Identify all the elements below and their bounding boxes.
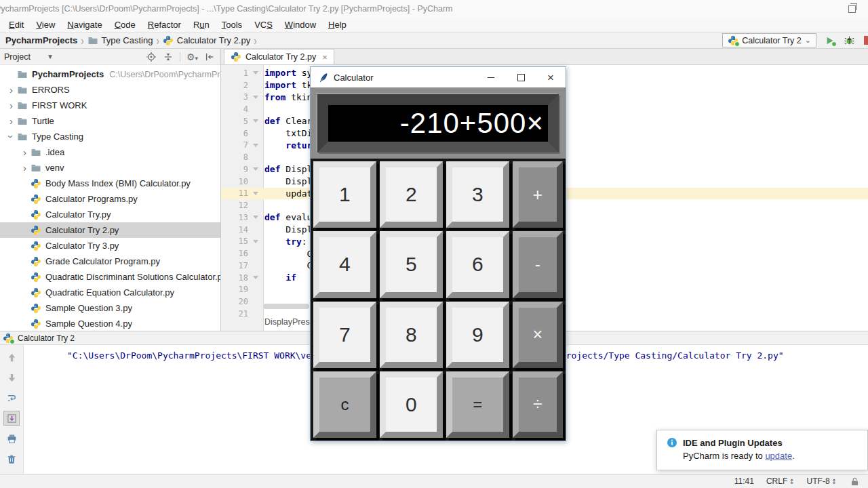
fold-marker-icon[interactable] [248, 144, 263, 147]
calc-key-6[interactable]: 6 [446, 231, 509, 298]
encoding-selector[interactable]: UTF-8↕ [807, 476, 837, 486]
chevron-right-icon[interactable]: › [5, 116, 17, 126]
calculator-titlebar[interactable]: Calculator × [311, 67, 566, 87]
down-stack-icon[interactable] [3, 370, 20, 385]
collapse-all-icon[interactable] [163, 52, 174, 62]
tree-item-pycharmprojects[interactable]: PycharmProjectsC:\Users\DrPoom\PycharmPr… [0, 66, 220, 82]
calc-key-label: = [473, 395, 482, 414]
calc-key-4[interactable]: 4 [313, 231, 376, 298]
calc-key-[interactable]: ÷ [513, 371, 563, 438]
chevron-down-icon[interactable]: ▼ [47, 53, 54, 60]
restore-window-icon[interactable] [848, 5, 856, 13]
calc-key-1[interactable]: 1 [313, 161, 376, 228]
tree-item-venv[interactable]: ›venv [0, 160, 220, 176]
fold-marker-icon[interactable] [248, 240, 263, 243]
tree-item-idea[interactable]: ›.idea [0, 144, 220, 160]
calc-key-9[interactable]: 9 [446, 302, 509, 368]
calc-key-5[interactable]: 5 [380, 231, 443, 298]
calculator-display-value: -210+500× [400, 109, 544, 138]
fold-marker-icon[interactable] [248, 71, 263, 75]
menu-run[interactable]: Run [187, 20, 216, 30]
fold-marker-icon[interactable] [248, 192, 263, 195]
tree-item-sample-question-4-py[interactable]: Sample Question 4.py [0, 316, 220, 331]
calc-close-button[interactable]: × [536, 67, 566, 87]
stop-button-partial[interactable] [864, 36, 868, 45]
project-panel-title[interactable]: Project [4, 52, 31, 62]
calc-key-[interactable]: × [513, 302, 563, 368]
fold-marker-icon[interactable] [248, 216, 263, 219]
tree-item-turtle[interactable]: ›Turtle [0, 113, 220, 129]
tree-item-label: Calculator Try 3.py [45, 241, 119, 251]
up-stack-icon[interactable] [3, 350, 20, 365]
tree-item-type-casting[interactable]: ›Type Casting [0, 129, 220, 144]
chevron-right-icon[interactable]: › [19, 163, 31, 173]
scroll-to-end-icon[interactable] [3, 411, 20, 426]
hide-panel-icon[interactable] [204, 52, 215, 62]
calc-key-label: ÷ [533, 394, 542, 414]
menu-view[interactable]: View [30, 20, 61, 30]
tree-item-calculator-try-2-py[interactable]: Calculator Try 2.py [0, 222, 220, 238]
tree-item-errors[interactable]: ›ERRORS [0, 82, 220, 98]
calc-key-8[interactable]: 8 [380, 302, 443, 368]
calc-key-7[interactable]: 7 [313, 302, 376, 368]
calc-key-3[interactable]: 3 [446, 161, 509, 228]
editor-tab[interactable]: Calculator Try 2.py × [224, 49, 334, 64]
tree-item-calculator-try-3-py[interactable]: Calculator Try 3.py [0, 238, 220, 253]
line-ending-selector[interactable]: CRLF↕ [766, 476, 795, 486]
fold-marker-icon[interactable] [248, 167, 263, 171]
calc-maximize-button[interactable] [506, 67, 536, 87]
tree-item-first-work[interactable]: ›FIRST WORK [0, 98, 220, 113]
menu-navigate[interactable]: Navigate [61, 20, 108, 30]
soft-wrap-icon[interactable] [3, 390, 20, 405]
menu-vcs[interactable]: VCS [248, 20, 279, 30]
calc-key-[interactable]: - [513, 231, 563, 298]
clear-all-icon[interactable] [3, 451, 20, 466]
menu-help[interactable]: Help [322, 20, 353, 30]
calc-key-c[interactable]: c [313, 371, 376, 438]
debug-button[interactable] [844, 35, 854, 46]
tree-item-calculator-programs-py[interactable]: Calculator Programs.py [0, 191, 220, 207]
breadcrumb-pycharmprojects[interactable]: PycharmProjects [5, 35, 77, 45]
tree-item-body-mass-index-bmi-calculator-py[interactable]: Body Mass Index (BMI) Calculator.py [0, 176, 220, 191]
run-panel-tab-label: Calculator Try 2 [18, 333, 75, 343]
folder-icon [17, 100, 28, 111]
notification-popup[interactable]: IDE and Plugin Updates PyCharm is ready … [656, 430, 868, 470]
line-number: 10 [221, 177, 248, 186]
chevron-right-icon[interactable]: › [19, 147, 31, 157]
menu-tools[interactable]: Tools [216, 20, 248, 30]
run-config-selector[interactable]: Calculator Try 2 ⌄ [722, 33, 816, 47]
breadcrumb-calculator-try-2-py[interactable]: Calculator Try 2.py [163, 35, 250, 46]
calc-key-[interactable]: + [513, 161, 563, 228]
update-link[interactable]: update [765, 451, 792, 461]
chevron-down-icon[interactable]: › [6, 131, 16, 142]
gear-icon[interactable]: ⚙▾ [186, 52, 198, 62]
tree-item-calculator-try-py[interactable]: Calculator Try.py [0, 207, 220, 222]
menu-code[interactable]: Code [108, 20, 142, 30]
calc-key-[interactable]: = [446, 371, 509, 438]
chevron-down-icon: ⌄ [805, 36, 811, 45]
calc-key-2[interactable]: 2 [380, 161, 443, 228]
tree-item-quadratic-discriminant-solutions-calculator-py[interactable]: Quadratic Discriminant Solutions Calcula… [0, 269, 220, 285]
pycharm-window: PycharmProjects [C:\Users\DrPoom\Pycharm… [0, 0, 868, 488]
fold-marker-icon[interactable] [248, 119, 263, 123]
breadcrumb-type-casting[interactable]: Type Casting [87, 35, 153, 46]
horizontal-scrollbar[interactable] [263, 304, 309, 309]
menu-window[interactable]: Window [279, 20, 322, 30]
fold-marker-icon[interactable] [248, 96, 263, 99]
tree-item-sample-question-3-py[interactable]: Sample Question 3.py [0, 300, 220, 316]
print-icon[interactable] [3, 431, 20, 446]
tree-item-quadratic-equation-calculator-py[interactable]: Quadratic Equation Calculator.py [0, 285, 220, 300]
calc-minimize-button[interactable] [476, 67, 506, 87]
menu-refactor[interactable]: Refactor [142, 20, 187, 30]
menu-edit[interactable]: Edit [3, 20, 30, 30]
run-button[interactable] [825, 35, 835, 46]
fold-marker-icon[interactable] [248, 276, 263, 279]
close-icon[interactable]: × [322, 52, 328, 62]
locate-file-icon[interactable] [146, 52, 157, 62]
chevron-right-icon[interactable]: › [5, 85, 17, 95]
calc-key-label: - [535, 255, 540, 274]
tree-item-grade-calculator-program-py[interactable]: Grade Calculator Program.py [0, 253, 220, 269]
calc-key-0[interactable]: 0 [380, 371, 443, 438]
chevron-right-icon[interactable]: › [5, 100, 17, 110]
lock-icon[interactable] [849, 476, 860, 487]
